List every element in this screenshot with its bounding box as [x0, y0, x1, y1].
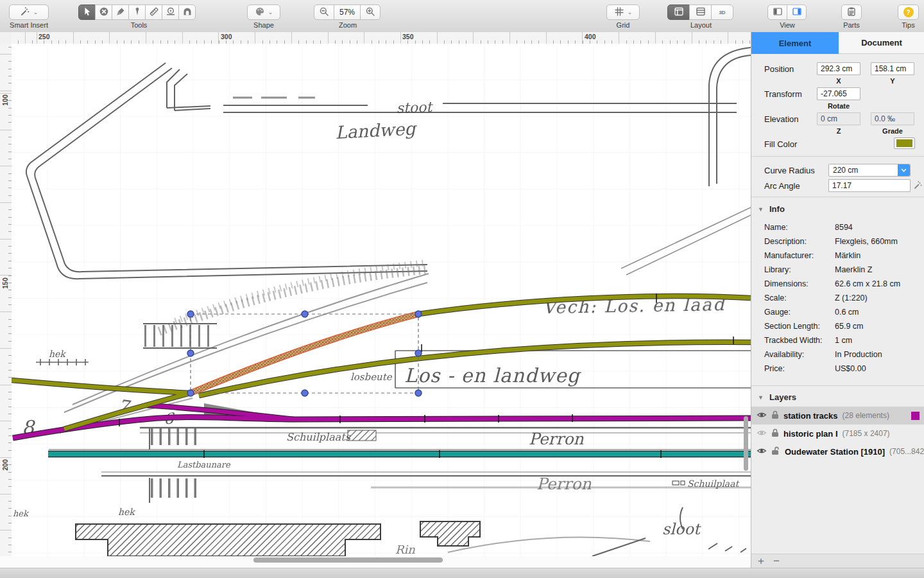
selection-handle[interactable] — [187, 311, 194, 317]
layout-control: 3D — [667, 4, 733, 20]
eye-icon[interactable] — [757, 411, 767, 421]
info-value: Maerklin Z — [835, 265, 872, 274]
layout-design-button[interactable] — [667, 4, 690, 20]
layer-row-oudewater-station[interactable]: Oudewater Station [1910] (705...842) — [751, 442, 924, 460]
rows-icon — [696, 6, 706, 19]
layer-detail: (705...842) — [889, 447, 924, 456]
smart-insert-label: Smart Insert — [0, 21, 58, 29]
chevron-down-icon — [901, 168, 907, 173]
grid-label: Grid — [606, 21, 640, 29]
info-value: Märklin — [835, 251, 860, 260]
eye-icon[interactable] — [757, 429, 767, 439]
question-icon: ? — [903, 7, 914, 17]
zoom-level-value[interactable]: 57% — [334, 4, 361, 20]
track-cutter-icon — [166, 6, 176, 19]
select-tool-button[interactable] — [78, 4, 96, 20]
fill-color-swatch[interactable] — [894, 137, 915, 149]
selection-handle[interactable] — [187, 390, 194, 396]
layout-list-button[interactable] — [689, 4, 712, 20]
map-label: Los - en landweg — [404, 364, 582, 387]
selection-handle[interactable] — [302, 311, 308, 317]
grid-button[interactable]: ⌄ — [606, 4, 640, 20]
eyedropper-tool-button[interactable] — [128, 4, 146, 20]
info-value: US$0.00 — [835, 364, 866, 373]
eyedropper-icon — [132, 6, 142, 19]
map-label: hek — [118, 507, 135, 517]
grade-field[interactable] — [871, 112, 914, 125]
layout-panel-icon — [674, 6, 684, 19]
layout-3d-button[interactable]: 3D — [711, 4, 733, 20]
rotate-axis-label: Rotate — [817, 102, 860, 110]
combo-chevron-button[interactable] — [898, 164, 910, 176]
inspector-panel: Element Document Position X Y Transform … — [751, 32, 924, 568]
grade-axis-label: Grade — [871, 127, 914, 135]
info-value: Z (1:220) — [835, 293, 868, 302]
zoom-in-button[interactable] — [360, 4, 381, 20]
remove-layer-button[interactable]: − — [773, 555, 780, 568]
layer-color-swatch[interactable] — [911, 412, 920, 420]
layer-row-station-tracks[interactable]: station tracks (28 elements) — [751, 407, 924, 425]
tunnel-tool-button[interactable] — [178, 4, 196, 20]
ruler-mark: 350 — [402, 33, 414, 40]
3d-icon: 3D — [719, 10, 725, 15]
map-label: losbeute — [350, 371, 393, 383]
map-label: Schuilplaats — [286, 431, 351, 443]
tab-element[interactable]: Element — [751, 32, 839, 54]
arc-angle-field[interactable] — [828, 179, 911, 192]
parts-button[interactable] — [841, 4, 862, 20]
map-label: sloot — [662, 520, 701, 538]
info-value: 8594 — [835, 223, 853, 232]
plan-drawing: stoot Landweg Vech: Los. en laad losbeut… — [12, 44, 751, 556]
tab-document[interactable]: Document — [839, 32, 924, 54]
ruler-mark: 300 — [221, 33, 232, 40]
view-right-sidebar-button[interactable] — [787, 4, 807, 20]
y-axis-label: Y — [871, 77, 914, 85]
arc-wand-button[interactable] — [913, 180, 923, 192]
horizontal-scrollbar[interactable] — [253, 557, 443, 563]
layers-disclosure-triangle[interactable]: ▼ — [758, 394, 764, 401]
selection-handle[interactable] — [415, 350, 422, 356]
view-label: View — [767, 21, 807, 29]
layout-canvas[interactable]: stoot Landweg Vech: Los. en laad losbeut… — [12, 44, 751, 556]
lock-closed-icon[interactable] — [771, 428, 779, 439]
layer-row-historic-plan[interactable]: historic plan I (7185 x 2407) — [751, 425, 924, 442]
elevation-z-field[interactable] — [817, 112, 860, 125]
curve-radius-combo[interactable]: 220 cm — [828, 164, 911, 177]
delete-tool-button[interactable] — [95, 4, 112, 20]
tips-button[interactable]: ? — [898, 4, 919, 20]
ruler-mark: 400 — [585, 33, 596, 40]
position-x-field[interactable] — [817, 62, 860, 75]
z-axis-label: Z — [817, 127, 860, 135]
view-left-sidebar-button[interactable] — [767, 4, 787, 20]
smart-insert-button[interactable]: ⌄ — [9, 4, 49, 20]
cut-tool-button[interactable] — [162, 4, 179, 20]
zoom-out-button[interactable] — [314, 4, 334, 20]
vertical-scrollbar[interactable] — [744, 416, 748, 471]
lock-closed-icon[interactable] — [771, 410, 779, 421]
chevron-down-icon: ⌄ — [268, 10, 273, 15]
ruler-icon — [149, 6, 159, 19]
rotate-field[interactable] — [817, 87, 860, 100]
zoom-label: Zoom — [314, 21, 382, 29]
smart-insert-control: ⌄ — [9, 4, 49, 20]
eye-icon[interactable] — [757, 447, 767, 457]
shape-button[interactable]: ⌄ — [247, 4, 280, 20]
left-sidebar-icon — [773, 6, 783, 19]
add-layer-button[interactable]: + — [758, 555, 764, 568]
map-label: hek — [13, 509, 30, 518]
info-label: Description: — [764, 237, 807, 246]
info-label: Section Length: — [764, 322, 820, 331]
selection-handle[interactable] — [302, 390, 308, 396]
selection-handle[interactable] — [415, 390, 422, 396]
lock-open-icon[interactable] — [771, 446, 780, 457]
info-disclosure-triangle[interactable]: ▼ — [758, 206, 764, 213]
selection-handle[interactable] — [415, 311, 422, 317]
position-y-field[interactable] — [871, 62, 914, 75]
measure-tool-button[interactable] — [145, 4, 162, 20]
map-label: Perron — [529, 430, 584, 448]
selection-handle[interactable] — [187, 350, 194, 356]
chevron-down-icon: ⌄ — [628, 10, 633, 15]
zoom-control: 57% — [314, 4, 381, 20]
layer-detail: (7185 x 2407) — [843, 429, 890, 438]
paint-tool-button[interactable] — [112, 4, 129, 20]
